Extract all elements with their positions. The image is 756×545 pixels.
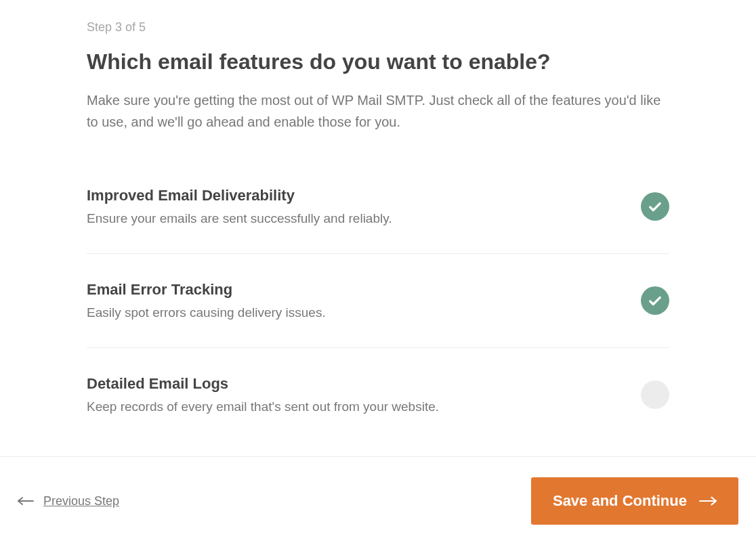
page-heading: Which email features do you want to enab… [87, 49, 669, 74]
feature-toggle-email-logs[interactable] [641, 380, 669, 409]
check-icon [648, 199, 663, 214]
previous-step-label: Previous Step [43, 494, 119, 508]
feature-title: Email Error Tracking [87, 281, 641, 299]
footer: Previous Step Save and Continue [0, 456, 756, 545]
feature-toggle-deliverability[interactable] [641, 192, 669, 221]
step-label: Step 3 of 5 [87, 20, 669, 35]
feature-desc: Ensure your emails are sent successfully… [87, 211, 641, 226]
feature-desc: Easily spot errors causing delivery issu… [87, 305, 641, 320]
feature-toggle-error-tracking[interactable] [641, 286, 669, 315]
feature-title: Detailed Email Logs [87, 375, 641, 393]
page-description: Make sure you're getting the most out of… [87, 89, 669, 133]
check-icon [648, 293, 663, 308]
save-continue-button[interactable]: Save and Continue [531, 477, 738, 525]
feature-title: Improved Email Deliverability [87, 187, 641, 204]
feature-row-error-tracking: Email Error Tracking Easily spot errors … [87, 281, 669, 347]
divider [87, 253, 669, 254]
feature-row-email-logs: Detailed Email Logs Keep records of ever… [87, 375, 669, 441]
feature-row-deliverability: Improved Email Deliverability Ensure you… [87, 187, 669, 253]
feature-desc: Keep records of every email that's sent … [87, 399, 641, 414]
divider [87, 347, 669, 348]
save-continue-label: Save and Continue [553, 492, 687, 510]
arrow-right-icon [699, 496, 717, 506]
arrow-left-icon [18, 496, 34, 506]
previous-step-link[interactable]: Previous Step [18, 494, 119, 508]
